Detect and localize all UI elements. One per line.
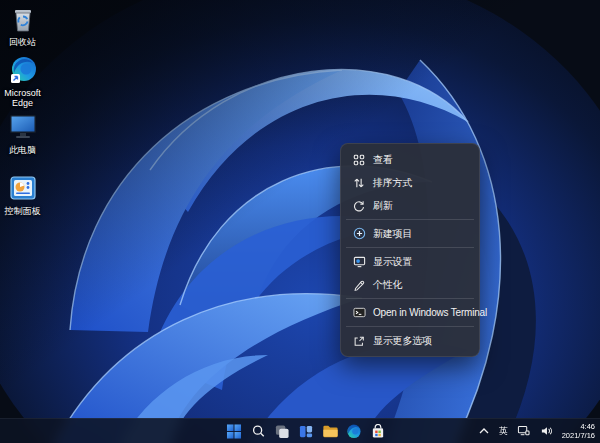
menu-item-label: 排序方式 — [373, 176, 412, 190]
menu-item-open-in-windows-terminal[interactable]: Open in Windows Terminal — [344, 301, 476, 324]
menu-item-label: 新建项目 — [373, 227, 412, 241]
windows-logo-icon — [227, 424, 242, 439]
recycle-bin-icon — [9, 5, 37, 34]
chevron-up-icon — [479, 428, 489, 434]
windows-11-desktop: 回收站 Microsoft Edge 此电脑 — [0, 0, 600, 443]
desktop-icon-label: 此电脑 — [9, 145, 36, 155]
search-icon — [251, 424, 265, 438]
menu-item-label: 显示设置 — [373, 255, 412, 269]
menu-item-view[interactable]: 查看 — [344, 148, 476, 171]
network-ethernet-icon — [517, 425, 530, 437]
folder-icon — [322, 424, 338, 438]
desktop-icon-control-panel[interactable]: 控制面板 — [0, 174, 45, 216]
edge-button[interactable] — [346, 423, 363, 440]
widgets-button[interactable] — [298, 423, 315, 440]
edge-icon — [347, 424, 362, 439]
desktop-icon-this-pc[interactable]: 此电脑 — [0, 111, 45, 155]
language-indicator[interactable]: 英 — [499, 425, 508, 438]
view-grid-icon — [352, 153, 366, 167]
menu-item-sort-by[interactable]: 排序方式 — [344, 171, 476, 194]
taskbar-system-tray: 英 4:46 2021/7/16 — [477, 419, 597, 443]
store-button[interactable] — [370, 423, 387, 440]
desktop-context-menu: 查看 排序方式 刷新 — [340, 143, 480, 357]
desktop-wallpaper[interactable] — [0, 0, 600, 443]
taskbar-center-buttons — [226, 419, 387, 443]
desktop-icon-label: 控制面板 — [5, 206, 41, 216]
menu-item-label: 个性化 — [373, 278, 402, 292]
start-button[interactable] — [226, 423, 243, 440]
menu-separator — [346, 219, 474, 220]
terminal-icon — [352, 306, 366, 320]
personalize-icon — [352, 278, 366, 292]
clock-time: 4:46 — [580, 422, 595, 431]
refresh-icon — [352, 199, 366, 213]
taskbar-clock[interactable]: 4:46 2021/7/16 — [562, 422, 597, 440]
task-view-icon — [275, 424, 290, 439]
new-item-icon — [352, 227, 366, 241]
desktop-icon-label: Microsoft Edge — [0, 88, 45, 108]
task-view-button[interactable] — [274, 423, 291, 440]
speaker-icon — [540, 425, 553, 437]
menu-item-show-more-options[interactable]: 显示更多选项 — [344, 329, 476, 352]
menu-item-label: Open in Windows Terminal — [373, 307, 487, 318]
desktop-icon-label: 回收站 — [9, 37, 36, 47]
menu-separator — [346, 247, 474, 248]
more-options-icon — [352, 334, 366, 348]
widgets-icon — [299, 424, 314, 439]
search-button[interactable] — [250, 423, 267, 440]
sort-icon — [352, 176, 366, 190]
display-settings-icon — [352, 255, 366, 269]
store-bag-icon — [371, 424, 386, 439]
network-button[interactable] — [516, 423, 531, 440]
volume-button[interactable] — [539, 423, 554, 440]
this-pc-icon — [8, 111, 38, 142]
file-explorer-button[interactable] — [322, 423, 339, 440]
menu-item-label: 查看 — [373, 153, 393, 167]
desktop-icon-recycle-bin[interactable]: 回收站 — [0, 5, 45, 47]
menu-item-label: 显示更多选项 — [373, 334, 432, 348]
menu-item-personalize[interactable]: 个性化 — [344, 273, 476, 296]
tray-overflow-button[interactable] — [477, 423, 491, 440]
edge-icon — [9, 56, 37, 85]
taskbar: 英 4:46 2021/7/16 — [0, 418, 600, 443]
menu-item-label: 刷新 — [373, 199, 393, 213]
menu-item-display-settings[interactable]: 显示设置 — [344, 250, 476, 273]
menu-separator — [346, 326, 474, 327]
desktop-icon-microsoft-edge[interactable]: Microsoft Edge — [0, 56, 45, 108]
control-panel-icon — [9, 174, 37, 203]
menu-separator — [346, 298, 474, 299]
menu-item-new[interactable]: 新建项目 — [344, 222, 476, 245]
menu-item-refresh[interactable]: 刷新 — [344, 194, 476, 217]
clock-date: 2021/7/16 — [562, 431, 595, 440]
